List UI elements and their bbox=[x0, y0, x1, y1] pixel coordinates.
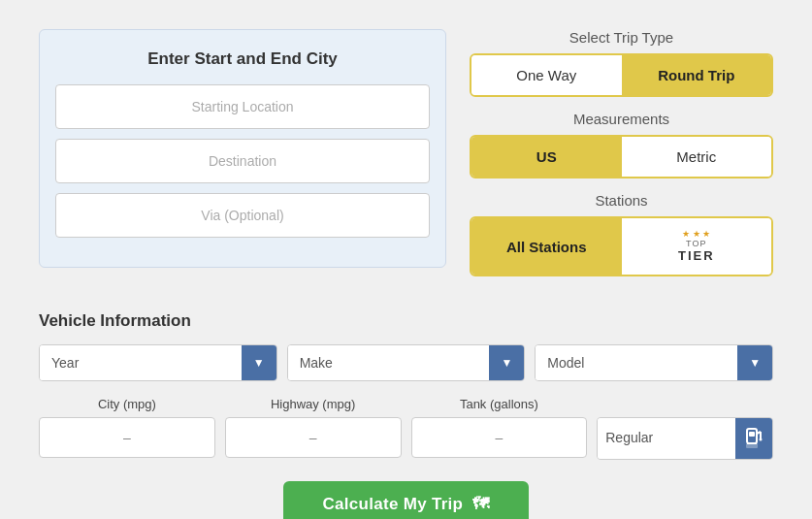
city-mpg-group: City (mpg) bbox=[39, 397, 215, 458]
tank-group: Tank (gallons) bbox=[411, 397, 588, 458]
mpg-row: City (mpg) Highway (mpg) Tank (gallons) … bbox=[39, 397, 773, 460]
tank-input[interactable] bbox=[411, 417, 588, 458]
left-panel: Enter Start and End City bbox=[39, 29, 446, 268]
svg-rect-6 bbox=[746, 443, 758, 448]
all-stations-button[interactable]: All Stations bbox=[471, 218, 622, 275]
city-mpg-label: City (mpg) bbox=[98, 397, 156, 411]
main-container: Enter Start and End City Select Trip Typ… bbox=[19, 19, 793, 519]
us-button[interactable]: US bbox=[471, 137, 622, 177]
model-dropdown-arrow[interactable]: ▼ bbox=[737, 345, 772, 380]
measurements-label: Measurements bbox=[470, 111, 773, 127]
vehicle-title: Vehicle Information bbox=[39, 311, 773, 331]
content-row: Enter Start and End City Select Trip Typ… bbox=[39, 29, 773, 290]
fuel-input-row: Regular bbox=[597, 417, 773, 460]
vehicle-section: Vehicle Information Year ▼ Make ▼ Model … bbox=[39, 311, 773, 460]
toptier-button[interactable]: ★ ★ ★ TOP TIER bbox=[622, 218, 772, 275]
stations-label: Stations bbox=[470, 192, 773, 209]
highway-mpg-label: Highway (mpg) bbox=[271, 397, 355, 411]
year-dropdown-label: Year bbox=[40, 345, 242, 380]
toptier-logo: ★ ★ ★ TOP TIER bbox=[622, 230, 772, 263]
fuel-icon bbox=[735, 418, 772, 459]
tank-gallons-label: Tank (gallons) bbox=[460, 397, 538, 411]
make-dropdown-arrow[interactable]: ▼ bbox=[489, 345, 524, 380]
highway-mpg-input[interactable] bbox=[225, 417, 402, 458]
dropdowns-row: Year ▼ Make ▼ Model ▼ bbox=[39, 344, 773, 381]
starting-location-input[interactable] bbox=[55, 84, 430, 129]
highway-mpg-group: Highway (mpg) bbox=[225, 397, 402, 458]
city-mpg-input[interactable] bbox=[39, 417, 215, 458]
calculate-row: Calculate My Trip 🗺 bbox=[39, 481, 773, 519]
calculate-btn-icon: 🗺 bbox=[472, 495, 489, 514]
one-way-button[interactable]: One Way bbox=[471, 55, 622, 95]
make-dropdown-wrapper: Make ▼ bbox=[287, 344, 526, 381]
model-dropdown-wrapper: Model ▼ bbox=[535, 344, 773, 381]
round-trip-button[interactable]: Round Trip bbox=[622, 55, 772, 95]
right-panel: Select Trip Type One Way Round Trip Meas… bbox=[470, 29, 773, 290]
year-dropdown-wrapper: Year ▼ bbox=[39, 344, 277, 381]
fuel-type-label bbox=[683, 397, 687, 411]
make-dropdown-label: Make bbox=[288, 345, 490, 380]
svg-rect-1 bbox=[749, 432, 755, 437]
fuel-type-value: Regular bbox=[598, 418, 735, 459]
calculate-btn-label: Calculate My Trip bbox=[322, 495, 463, 514]
trip-type-toggle: One Way Round Trip bbox=[470, 53, 773, 97]
svg-point-4 bbox=[760, 438, 763, 441]
year-dropdown-arrow[interactable]: ▼ bbox=[242, 345, 276, 380]
left-panel-title: Enter Start and End City bbox=[55, 49, 430, 69]
destination-input[interactable] bbox=[55, 139, 430, 183]
toptier-tier-text: TIER bbox=[678, 249, 715, 263]
stations-toggle: All Stations ★ ★ ★ TOP TIER bbox=[470, 216, 773, 276]
trip-type-label: Select Trip Type bbox=[470, 29, 773, 46]
metric-button[interactable]: Metric bbox=[622, 137, 772, 177]
measurements-toggle: US Metric bbox=[470, 135, 773, 178]
fuel-group: Regular bbox=[597, 397, 773, 460]
via-input[interactable] bbox=[55, 193, 430, 238]
model-dropdown-label: Model bbox=[536, 345, 737, 380]
calculate-button[interactable]: Calculate My Trip 🗺 bbox=[283, 481, 528, 519]
